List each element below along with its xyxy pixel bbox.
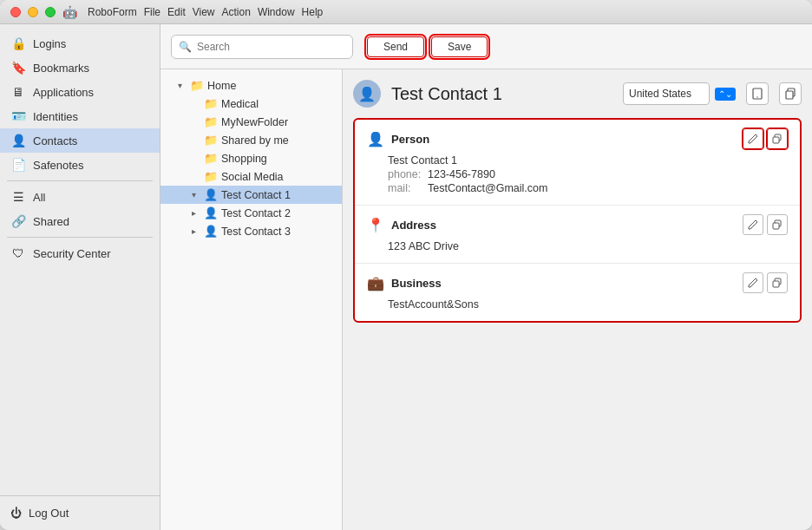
address-row-street: 123 ABC Drive <box>388 240 788 252</box>
sidebar-item-safenotes[interactable]: 📄 Safenotes <box>0 153 160 177</box>
svg-rect-7 <box>773 223 779 229</box>
sidebar-label-shared: Shared <box>33 215 149 228</box>
menu-window[interactable]: Window <box>258 6 295 18</box>
maximize-button[interactable] <box>45 7 56 17</box>
edit-icon <box>748 134 758 144</box>
menu-action[interactable]: Action <box>222 6 251 18</box>
person-phone-value: 123-456-7890 <box>428 168 495 180</box>
save-button[interactable]: Save <box>431 36 488 57</box>
menu-file[interactable]: File <box>144 6 160 18</box>
person-mail-value: TestContact@Gmail.com <box>428 182 547 194</box>
tree-label-mynewfolder: MyNewFolder <box>221 116 335 128</box>
search-box[interactable]: 🔍 <box>171 35 353 59</box>
sidebar-item-bookmarks[interactable]: 🔖 Bookmarks <box>0 56 160 80</box>
person-mail-label: mail: <box>388 182 422 194</box>
tree-label-shared-by-me: Shared by me <box>221 134 335 147</box>
safenotes-icon: 📄 <box>10 157 26 173</box>
address-street-value: 123 ABC Drive <box>388 240 459 252</box>
sidebar-item-identities[interactable]: 🪪 Identities <box>0 104 160 128</box>
file-tree-panel: ▾ 📁 Home 📁 Medical 📁 MyNewFolder <box>160 69 343 530</box>
contact-icon: 👤 <box>204 225 218 238</box>
sidebar-item-contacts[interactable]: 👤 Contacts <box>0 128 160 153</box>
business-copy-button[interactable] <box>767 272 788 293</box>
person-phone-label: phone: <box>388 168 422 180</box>
menu-view[interactable]: View <box>193 6 215 18</box>
detail-panel: 👤 Test Contact 1 United States Canada Un… <box>343 69 812 530</box>
sidebar-label-bookmarks: Bookmarks <box>33 62 149 75</box>
all-icon: ☰ <box>10 189 26 205</box>
sidebar-item-all[interactable]: ☰ All <box>0 185 160 209</box>
copy-icon <box>772 134 783 144</box>
search-input[interactable] <box>197 41 345 53</box>
person-row-phone: phone: 123-456-7890 <box>388 168 788 180</box>
address-section: 📍 Address <box>355 206 800 264</box>
minimize-button[interactable] <box>28 7 38 17</box>
person-edit-button[interactable] <box>743 128 763 149</box>
copy-icon <box>772 278 783 288</box>
contact-avatar: 👤 <box>353 80 381 108</box>
contact-icon: 👤 <box>204 188 218 201</box>
tree-item-mynewfolder[interactable]: 📁 MyNewFolder <box>160 113 342 131</box>
sidebar-label-all: All <box>33 191 149 204</box>
menu-edit[interactable]: Edit <box>167 6 186 18</box>
tree-item-medical[interactable]: 📁 Medical <box>160 95 342 113</box>
svg-rect-3 <box>786 91 793 99</box>
tree-label-social-media: Social Media <box>221 171 335 183</box>
copy-header-button[interactable] <box>779 82 802 105</box>
svg-point-1 <box>756 96 757 97</box>
logout-button[interactable]: ⏻ Log Out <box>10 503 149 523</box>
menu-roboform[interactable]: RoboForm <box>88 6 137 18</box>
person-section-title: Person <box>391 133 736 146</box>
identities-icon: 🪪 <box>10 108 26 124</box>
country-select[interactable]: United States Canada United Kingdom Aust… <box>623 82 710 105</box>
sidebar-item-shared[interactable]: 🔗 Shared <box>0 209 160 233</box>
shared-icon: 🔗 <box>10 213 26 229</box>
edit-icon <box>748 278 758 288</box>
folder-icon: 📁 <box>204 134 218 147</box>
business-icon: 💼 <box>367 275 384 291</box>
svg-rect-9 <box>773 281 779 287</box>
folder-icon: 📁 <box>204 97 218 110</box>
folder-icon: 📁 <box>204 170 218 183</box>
logout-label: Log Out <box>29 507 69 520</box>
sidebar-label-safenotes: Safenotes <box>33 159 149 172</box>
business-name-value: TestAccount&Sons <box>388 298 479 311</box>
sidebar-label-identities: Identities <box>33 110 149 123</box>
security-center-icon: 🛡 <box>10 245 26 261</box>
tree-label-test-contact-3: Test Contact 3 <box>221 226 335 238</box>
top-bar: 🔍 Send Save <box>160 24 812 69</box>
business-section: 💼 Business <box>355 264 800 321</box>
person-name-value: Test Contact 1 <box>388 154 457 167</box>
contact-sections: 👤 Person <box>353 118 802 323</box>
lock-icon: 🔒 <box>10 36 26 51</box>
contact-icon: 👤 <box>204 206 218 219</box>
sidebar-divider-2 <box>7 237 153 238</box>
folder-icon: 📁 <box>204 152 218 165</box>
app-logo: 🤖 <box>62 5 77 19</box>
sidebar-item-security-center[interactable]: 🛡 Security Center <box>0 241 160 265</box>
bookmark-icon: 🔖 <box>10 60 26 75</box>
send-button[interactable]: Send <box>367 36 424 57</box>
tree-item-shared-by-me[interactable]: 📁 Shared by me <box>160 131 342 149</box>
menu-help[interactable]: Help <box>302 6 324 18</box>
tablet-view-button[interactable] <box>746 82 769 105</box>
sidebar-item-applications[interactable]: 🖥 Applications <box>0 80 160 104</box>
tree-item-social-media[interactable]: 📁 Social Media <box>160 167 342 186</box>
person-icon: 👤 <box>367 131 384 147</box>
sidebar-divider <box>7 180 153 181</box>
tree-item-test-contact-2[interactable]: ▸ 👤 Test Contact 2 <box>160 204 342 222</box>
tree-item-home[interactable]: ▾ 📁 Home <box>160 76 342 95</box>
chevron-down-icon: ▾ <box>178 81 187 90</box>
tree-item-test-contact-1[interactable]: ▾ 👤 Test Contact 1 <box>160 186 342 204</box>
person-row-mail: mail: TestContact@Gmail.com <box>388 182 788 194</box>
address-copy-button[interactable] <box>767 214 788 235</box>
tree-item-test-contact-3[interactable]: ▸ 👤 Test Contact 3 <box>160 222 342 240</box>
close-button[interactable] <box>10 7 21 17</box>
address-edit-button[interactable] <box>743 214 763 235</box>
tree-item-shopping[interactable]: 📁 Shopping <box>160 149 342 167</box>
person-section: 👤 Person <box>355 120 800 206</box>
business-edit-button[interactable] <box>743 272 763 293</box>
sidebar-item-logins[interactable]: 🔒 Logins <box>0 31 160 56</box>
titlebar: 🤖 RoboForm File Edit View Action Window … <box>0 0 812 24</box>
person-copy-button[interactable] <box>767 128 788 149</box>
